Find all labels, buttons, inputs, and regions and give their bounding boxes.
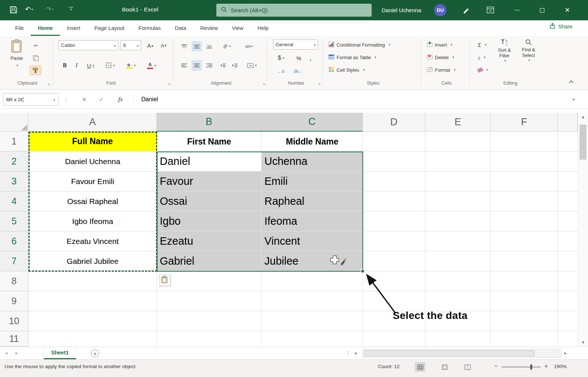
tab-file[interactable]: File xyxy=(8,20,31,36)
cell-styles-button[interactable]: Cell Styles xyxy=(328,65,365,75)
col-header-f[interactable]: F xyxy=(491,113,558,132)
font-name-combo[interactable]: Calibri xyxy=(58,40,118,50)
increase-decimal-icon[interactable]: ←.0 xyxy=(274,66,288,77)
number-dialog-launcher[interactable] xyxy=(317,81,322,86)
name-box[interactable]: 6R x 2C xyxy=(3,93,58,106)
tab-data[interactable]: Data xyxy=(168,20,193,36)
decrease-decimal-icon[interactable]: .00→ xyxy=(290,66,305,77)
align-center-icon[interactable] xyxy=(192,60,202,71)
zoom-in-icon[interactable]: + xyxy=(544,363,548,370)
row-header-8[interactable]: 8 xyxy=(0,271,28,291)
paste-button[interactable]: Paste xyxy=(6,37,27,77)
tab-insert[interactable]: Insert xyxy=(60,20,87,36)
increase-font-size-icon[interactable]: A▲ xyxy=(145,40,156,51)
tab-view[interactable]: View xyxy=(225,20,250,36)
format-cells-button[interactable]: Format xyxy=(427,65,456,75)
minimize-button[interactable] xyxy=(506,0,528,20)
percent-format-icon[interactable]: % xyxy=(294,53,303,63)
avatar[interactable]: DU xyxy=(434,4,446,16)
collapse-ribbon-icon[interactable] xyxy=(567,77,575,88)
horizontal-scroll-thumb[interactable] xyxy=(364,350,534,356)
cell-C7[interactable]: Jubilee xyxy=(261,251,363,271)
fill-button-icon[interactable]: ⤓ xyxy=(478,52,486,62)
format-painter-icon[interactable] xyxy=(30,65,41,75)
status-count[interactable]: Count: 12 xyxy=(378,364,400,369)
align-top-icon[interactable] xyxy=(179,41,189,51)
insert-cells-button[interactable]: Insert xyxy=(427,40,452,50)
horizontal-scrollbar[interactable] xyxy=(362,349,561,358)
formula-bar-content[interactable]: Daniel xyxy=(141,93,158,106)
cell-B6[interactable]: Ezeatu xyxy=(157,231,261,251)
row-header-6[interactable]: 6 xyxy=(0,231,28,251)
cell-B1[interactable]: First Name xyxy=(157,132,261,152)
cell-B5[interactable]: Igbo xyxy=(157,211,261,231)
fill-handle[interactable] xyxy=(361,269,365,273)
underline-button[interactable]: U xyxy=(84,60,98,71)
cell-B3[interactable]: Favour xyxy=(157,171,261,191)
autosum-button[interactable]: Σ xyxy=(478,40,487,50)
decrease-indent-icon[interactable] xyxy=(218,60,228,71)
clipboard-dialog-launcher[interactable] xyxy=(46,81,51,86)
redo-button[interactable]: ↷ xyxy=(46,6,54,13)
hscroll-left-icon[interactable]: ◂ xyxy=(354,350,356,356)
sheet-nav-prev-icon[interactable]: ◂ xyxy=(5,350,7,356)
cell-A5[interactable]: Igbo Ifeoma xyxy=(28,211,157,231)
page-break-view-icon[interactable] xyxy=(462,362,473,372)
search-input[interactable] xyxy=(231,7,353,13)
orientation-icon[interactable]: ab xyxy=(220,41,234,51)
fill-color-icon[interactable] xyxy=(124,60,138,71)
align-bottom-icon[interactable] xyxy=(204,41,214,51)
new-sheet-button[interactable]: + xyxy=(91,349,99,357)
col-header-b[interactable]: B xyxy=(157,113,261,132)
zoom-level[interactable]: 190% xyxy=(554,364,567,369)
tab-help[interactable]: Help xyxy=(250,20,276,36)
sheet-tab-sheet1[interactable]: Sheet1 xyxy=(44,347,76,359)
comma-format-icon[interactable]: , xyxy=(307,53,314,63)
name-box-dropdown[interactable] xyxy=(52,97,55,102)
col-header-e[interactable]: E xyxy=(425,113,491,132)
merge-center-icon[interactable] xyxy=(243,60,260,71)
find-select-button[interactable]: Find & Select xyxy=(518,39,539,62)
clear-button-icon[interactable] xyxy=(478,65,488,75)
cell-C3[interactable]: Emili xyxy=(261,171,363,191)
paste-options-button[interactable] xyxy=(159,275,170,286)
font-color-icon[interactable]: A xyxy=(144,60,159,71)
search-box[interactable] xyxy=(216,4,372,17)
row-header-2[interactable]: 2 xyxy=(0,152,28,171)
copy-icon[interactable] xyxy=(32,53,40,63)
paste-dropdown[interactable] xyxy=(15,62,18,68)
tab-formulas[interactable]: Formulas xyxy=(131,20,168,36)
undo-button[interactable]: ↶ xyxy=(25,6,33,13)
align-right-icon[interactable] xyxy=(204,60,214,71)
cell-B2[interactable]: Daniel xyxy=(157,152,261,171)
cancel-icon[interactable]: ✕ xyxy=(78,94,91,105)
zoom-out-icon[interactable]: − xyxy=(494,363,498,370)
enter-icon[interactable]: ✓ xyxy=(95,94,108,105)
save-icon[interactable] xyxy=(10,6,17,15)
row-header-10[interactable]: 10 xyxy=(0,311,28,331)
scroll-up-icon[interactable]: ▲ xyxy=(578,115,588,119)
page-layout-view-icon[interactable] xyxy=(439,362,450,372)
cut-icon[interactable]: ✂ xyxy=(32,40,40,51)
cell-A2[interactable]: Daniel Uchenna xyxy=(28,152,157,171)
sheet-nav-next-icon[interactable]: ▸ xyxy=(16,350,18,356)
close-button[interactable]: ✕ xyxy=(556,0,578,20)
wrap-text-icon[interactable]: ab↩ xyxy=(241,41,257,51)
alignment-dialog-launcher[interactable] xyxy=(261,81,267,86)
share-button[interactable]: Share xyxy=(550,23,572,30)
tab-review[interactable]: Review xyxy=(193,20,225,36)
row-header-11[interactable]: 11 xyxy=(0,331,28,347)
row-header-4[interactable]: 4 xyxy=(0,191,28,211)
italic-button[interactable]: I xyxy=(72,60,81,71)
row-header-9[interactable]: 9 xyxy=(0,291,28,311)
pen-icon[interactable] xyxy=(462,6,470,15)
align-middle-icon[interactable] xyxy=(192,41,202,51)
tab-home[interactable]: Home xyxy=(31,20,60,36)
font-size-combo[interactable]: 8 xyxy=(121,40,141,50)
format-as-table-button[interactable]: Format as Table xyxy=(328,52,376,62)
quick-access-toolbar-menu-icon[interactable]: ▾ xyxy=(69,7,73,11)
vertical-scroll-thumb[interactable] xyxy=(579,125,587,160)
insert-function-icon[interactable]: fx xyxy=(113,94,128,105)
normal-view-icon[interactable] xyxy=(415,362,425,372)
tab-page-layout[interactable]: Page Layout xyxy=(87,20,131,36)
